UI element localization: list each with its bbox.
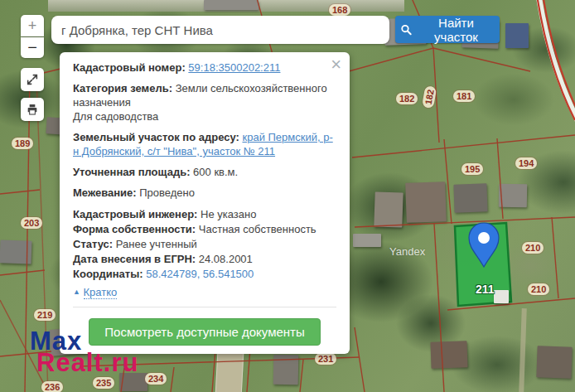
field-egrn-date: Дата внесения в ЕГРН: 24.08.2001 — [73, 252, 336, 266]
field-cadastral-number: Кадастровый номер: 59:18:3500202:211 — [73, 60, 336, 75]
field-area: Уточненная площадь: 600 кв.м. — [73, 165, 336, 179]
parcel-label-182: 182 — [396, 93, 418, 104]
map-viewport[interactable]: 1681821821811891951942032102192102312342… — [0, 0, 575, 392]
collapse-details-link[interactable]: ▲ Кратко — [73, 285, 336, 299]
zoom-in-button[interactable]: + — [21, 15, 44, 36]
field-label: Межевание: — [73, 186, 137, 199]
field-label: Уточненная площадь: — [73, 166, 190, 178]
plus-icon: + — [28, 17, 37, 35]
parcel-label-234: 234 — [145, 373, 167, 385]
minus-icon: − — [27, 38, 37, 57]
logo-line2: Realt.ru — [36, 352, 138, 374]
search-icon — [400, 23, 413, 36]
zoom-out-button[interactable]: − — [21, 37, 44, 58]
parcel-label-219: 219 — [34, 309, 56, 321]
close-icon[interactable]: × — [331, 56, 341, 74]
map-shed — [494, 290, 509, 303]
field-coordinates: Координаты: 58.424789, 56.541500 — [73, 267, 336, 281]
field-value-secondary: Для садоводства — [73, 109, 336, 123]
parcel-label-210: 210 — [528, 283, 549, 295]
find-parcel-button[interactable]: Найти участок — [395, 16, 500, 43]
parcel-label-194: 194 — [515, 157, 537, 169]
field-label: Земельный участок по адресу: — [73, 131, 239, 143]
field-ownership: Форма собственности: Частная собственнос… — [73, 222, 336, 236]
field-label: Кадастровый инженер: — [73, 208, 197, 220]
field-value: Проведено — [139, 186, 195, 199]
field-surveying: Межевание: Проведено — [73, 186, 336, 200]
parcel-label-189: 189 — [12, 138, 33, 149]
search-input[interactable] — [51, 16, 389, 44]
print-button[interactable] — [21, 98, 44, 121]
find-parcel-label: Найти участок — [418, 16, 495, 44]
field-label: Кадастровый номер: — [73, 61, 186, 74]
field-value: 24.08.2001 — [199, 253, 253, 265]
field-label: Дата внесения в ЕГРН: — [73, 253, 196, 265]
parcel-label-231: 231 — [315, 353, 336, 365]
highway-boundary — [537, 0, 575, 120]
field-label: Координаты: — [73, 268, 143, 280]
printer-icon — [26, 103, 39, 116]
field-land-category: Категория земель: Земли сельскохозяйстве… — [73, 81, 336, 123]
coordinates-link[interactable]: 58.424789, 56.541500 — [146, 268, 254, 280]
field-label: Статус: — [73, 238, 113, 250]
parcel-label-195: 195 — [461, 163, 483, 175]
fullscreen-button[interactable] — [21, 68, 44, 91]
triangle-up-icon: ▲ — [73, 288, 80, 296]
field-value: Не указано — [201, 208, 256, 220]
parcel-info-popup: × Кадастровый номер: 59:18:3500202:211 К… — [60, 52, 350, 354]
maxrealt-logo[interactable]: Max Realt.ru — [30, 331, 138, 374]
parcel-label-181: 181 — [453, 90, 475, 102]
parcel-label-236: 236 — [41, 381, 63, 392]
field-value: 600 кв.м. — [193, 166, 238, 178]
parcel-label-203: 203 — [21, 217, 42, 229]
field-status: Статус: Ранее учтенный — [73, 237, 336, 251]
collapse-label: Кратко — [84, 286, 118, 299]
parcel-label-210: 210 — [522, 242, 544, 254]
selected-parcel-number: 211 — [476, 283, 495, 296]
field-label: Форма собственности: — [73, 223, 196, 235]
popup-divider — [73, 307, 336, 307]
parcel-label-235: 235 — [93, 377, 114, 389]
field-value: Частная собственность — [199, 223, 316, 235]
expand-arrows-icon — [26, 73, 39, 86]
cadastral-number-link[interactable]: 59:18:3500202:211 — [188, 61, 280, 74]
parcel-label-168: 168 — [329, 4, 350, 16]
field-value: Ранее учтенный — [116, 238, 197, 250]
field-address: Земельный участок по адресу: край Пермск… — [73, 130, 336, 158]
field-engineer: Кадастровый инженер: Не указано — [73, 207, 336, 221]
yandex-watermark: Yandex — [389, 245, 425, 258]
field-label: Категория земель: — [73, 82, 172, 94]
